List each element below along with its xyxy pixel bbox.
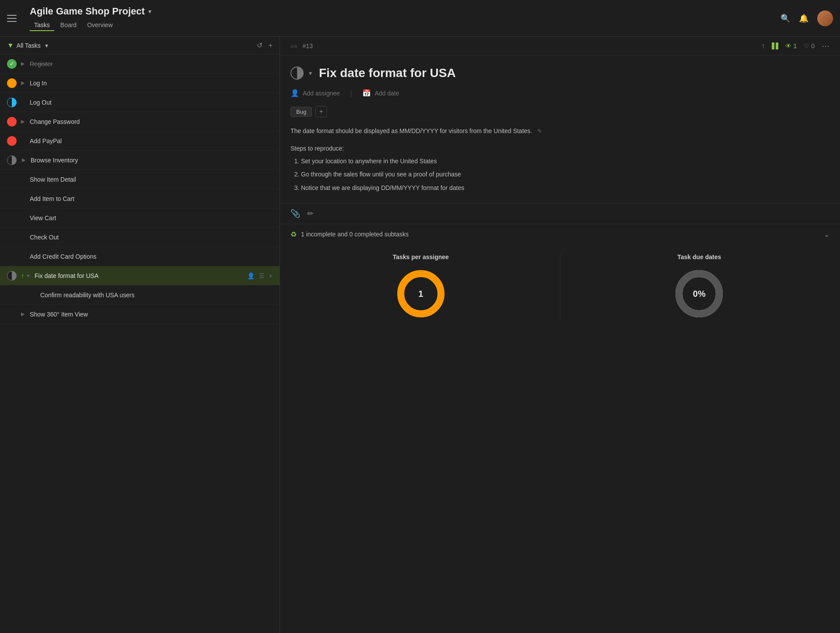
task-item[interactable]: Add Item to Cart bbox=[0, 189, 280, 208]
tab-tasks[interactable]: Tasks bbox=[30, 20, 54, 31]
status-icon-red bbox=[7, 136, 17, 146]
list-item: Notice that we are displaying DD/MM/YYYY… bbox=[301, 183, 830, 193]
task-name: Add Credit Card Options bbox=[30, 253, 273, 260]
expand-icon[interactable]: ▶ bbox=[21, 311, 26, 317]
drawing-icon[interactable]: ✏ bbox=[307, 209, 314, 218]
add-action-icon[interactable]: + bbox=[269, 272, 273, 279]
filter-dropdown-icon: ▾ bbox=[45, 42, 48, 49]
status-dropdown-icon[interactable]: ▾ bbox=[309, 70, 312, 77]
steps-list: Set your location to anywhere in the Uni… bbox=[290, 156, 830, 193]
task-name: Log Out bbox=[30, 99, 273, 106]
task-number: #13 bbox=[303, 42, 313, 49]
task-actions: 👤 ☰ + bbox=[247, 272, 273, 279]
attachment-icon[interactable]: 📎 bbox=[290, 209, 300, 218]
task-item[interactable]: ▶ Log In bbox=[0, 74, 280, 93]
task-item[interactable]: Add PayPal bbox=[0, 131, 280, 151]
calendar-icon: 📅 bbox=[362, 89, 371, 97]
steps-title: Steps to reproduce: bbox=[290, 145, 830, 152]
reset-icon[interactable]: ↺ bbox=[257, 41, 262, 49]
expand-icon[interactable]: ▶ bbox=[21, 80, 26, 86]
description-section: The date format should be displayed as M… bbox=[290, 126, 830, 136]
project-dropdown-icon[interactable]: ▾ bbox=[148, 8, 151, 15]
project-title: Agile Game Shop Project bbox=[30, 6, 145, 17]
menu-button[interactable] bbox=[7, 11, 21, 25]
task-name: Confirm readability with USA users bbox=[40, 292, 273, 299]
search-icon[interactable]: 🔍 bbox=[780, 14, 790, 23]
move-up-icon[interactable]: ↑ bbox=[761, 42, 765, 50]
notifications-icon[interactable]: 🔔 bbox=[799, 14, 808, 23]
eye-icon: 👁 bbox=[785, 42, 791, 49]
status-icon-orange bbox=[7, 78, 17, 88]
task-name: Show 360° Item View bbox=[30, 311, 273, 318]
add-tag-button[interactable]: + bbox=[315, 106, 327, 117]
list-item: Set your location to anywhere in the Uni… bbox=[301, 156, 830, 166]
details-action-icon[interactable]: ☰ bbox=[259, 272, 265, 279]
up-arrow-icon: ↑ bbox=[21, 272, 24, 279]
like-badge[interactable]: ♡ 0 bbox=[804, 42, 815, 49]
navigate-forward-icon[interactable]: »» bbox=[290, 42, 298, 49]
avatar[interactable] bbox=[817, 11, 833, 26]
task-name: View Cart bbox=[30, 215, 273, 222]
task-item[interactable]: View Cart bbox=[0, 208, 280, 228]
donut-chart-left: 1 bbox=[395, 267, 447, 320]
add-task-icon[interactable]: + bbox=[269, 42, 273, 49]
subtasks-header[interactable]: ♻ 1 incomplete and 0 completed subtasks … bbox=[290, 230, 830, 239]
watch-count: 1 bbox=[793, 42, 797, 49]
task-name: Add PayPal bbox=[30, 137, 273, 144]
main-layout: ▼ All Tasks ▾ ↺ + ✓ ▶ Register ▶ bbox=[0, 37, 840, 633]
task-list: ✓ ▶ Register ▶ Log In Log Out ▶ C bbox=[0, 54, 280, 633]
edit-icon[interactable]: ✎ bbox=[537, 128, 542, 134]
all-tasks-filter[interactable]: ▼ All Tasks ▾ bbox=[7, 42, 48, 49]
heart-icon: ♡ bbox=[804, 42, 809, 49]
more-options-icon[interactable]: ⋯ bbox=[822, 41, 830, 51]
layout-icon[interactable] bbox=[772, 42, 778, 49]
subtask-collapse-icon[interactable]: ⌄ bbox=[824, 230, 830, 239]
expand-icon[interactable]: ▶ bbox=[22, 157, 27, 163]
separator: | bbox=[350, 90, 352, 97]
tag-bug[interactable]: Bug bbox=[290, 107, 312, 117]
chart-right-title: Task due dates bbox=[677, 253, 721, 260]
task-item[interactable]: Show Item Detail bbox=[0, 170, 280, 189]
description-text: The date format should be displayed as M… bbox=[290, 127, 532, 134]
assignee-placeholder: Add assignee bbox=[303, 90, 340, 97]
task-item[interactable]: ▶ Change Password bbox=[0, 112, 280, 131]
chart-left-value: 1 bbox=[418, 288, 423, 299]
expand-icon[interactable]: ▶ bbox=[21, 119, 26, 124]
task-item[interactable]: ▶ Show 360° Item View bbox=[0, 305, 280, 324]
tab-overview[interactable]: Overview bbox=[83, 20, 117, 31]
attachment-row: 📎 ✏ bbox=[280, 203, 840, 224]
tab-board[interactable]: Board bbox=[56, 20, 81, 31]
list-item: Go through the sales flow until you see … bbox=[301, 169, 830, 179]
right-panel: »» #13 ↑ 👁 1 ♡ 0 ⋯ bbox=[280, 37, 840, 633]
project-title-area: Agile Game Shop Project ▾ Tasks Board Ov… bbox=[30, 6, 151, 31]
assignee-button[interactable]: 👤 Add assignee bbox=[290, 89, 340, 97]
date-button[interactable]: 📅 Add date bbox=[362, 89, 399, 97]
detail-header-right: ↑ 👁 1 ♡ 0 ⋯ bbox=[761, 41, 830, 51]
task-item[interactable]: Confirm readability with USA users bbox=[0, 285, 280, 305]
detail-header: »» #13 ↑ 👁 1 ♡ 0 ⋯ bbox=[280, 37, 840, 56]
task-status-button[interactable] bbox=[290, 67, 304, 80]
task-name: Log In bbox=[30, 80, 273, 87]
task-item[interactable]: ▶ Browse Inventory bbox=[0, 151, 280, 170]
task-item-active[interactable]: ↑ ▼ Fix date format for USA 👤 ☰ + bbox=[0, 266, 280, 285]
chart-left-title: Tasks per assignee bbox=[393, 253, 449, 260]
expand-icon-active[interactable]: ▼ bbox=[26, 273, 31, 278]
assignee-action-icon[interactable]: 👤 bbox=[247, 272, 255, 279]
task-name-active: Fix date format for USA bbox=[35, 272, 247, 279]
detail-body: ▾ Fix date format for USA 👤 Add assignee… bbox=[280, 56, 840, 203]
donut-chart-right: 0% bbox=[673, 267, 725, 320]
header-right: 🔍 🔔 bbox=[780, 11, 833, 26]
task-name: Change Password bbox=[30, 118, 273, 125]
task-item[interactable]: Log Out bbox=[0, 93, 280, 112]
task-item[interactable]: ✓ ▶ Register bbox=[0, 54, 280, 74]
avatar-image bbox=[817, 11, 833, 26]
status-icon-red bbox=[7, 117, 17, 127]
date-placeholder: Add date bbox=[374, 90, 399, 97]
task-name: Check Out bbox=[30, 234, 273, 241]
task-item[interactable]: Add Credit Card Options bbox=[0, 247, 280, 266]
task-name: Browse Inventory bbox=[31, 157, 273, 164]
watch-badge[interactable]: 👁 1 bbox=[785, 42, 797, 49]
task-item[interactable]: Check Out bbox=[0, 228, 280, 247]
tasks-toolbar: ▼ All Tasks ▾ ↺ + bbox=[0, 37, 280, 54]
expand-icon[interactable]: ▶ bbox=[21, 61, 26, 67]
